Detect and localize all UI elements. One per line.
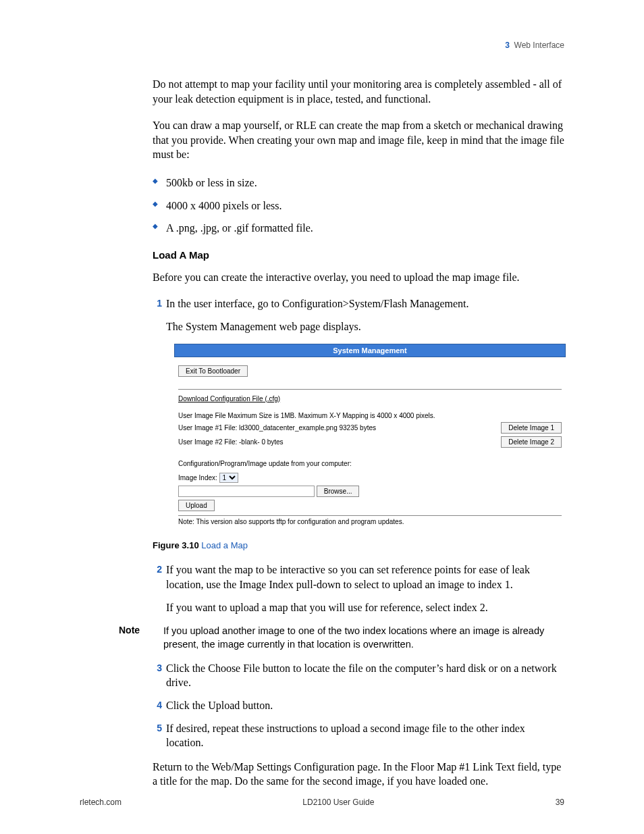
step-subtext: The System Management web page displays. <box>166 319 564 334</box>
paragraph: Before you can create the interactive ov… <box>153 270 564 285</box>
divider <box>178 389 562 390</box>
step-subtext: If you want to upload a map that you wil… <box>166 600 564 615</box>
upload-button[interactable]: Upload <box>178 500 215 511</box>
paragraph: Do not attempt to map your facility unti… <box>153 77 564 106</box>
section-heading: Load A Map <box>153 249 564 261</box>
footer-left: rletech.com <box>80 798 122 807</box>
step-number: 4 <box>147 698 166 713</box>
paragraph: You can draw a map yourself, or RLE can … <box>153 118 564 162</box>
sm-size-note: User Image File Maximum Size is 1MB. Max… <box>178 412 562 419</box>
sm-tftp-note: Note: This version also supports tftp fo… <box>178 515 562 525</box>
step-text: If you want the map to be interactive so… <box>166 563 564 592</box>
sm-image2-info: User Image #2 File: -blank- 0 bytes <box>178 438 284 446</box>
step-text: In the user interface, go to Configurati… <box>166 296 564 311</box>
download-config-link[interactable]: Download Configuration File (.cfg) <box>178 395 562 402</box>
figure-label: Figure 3.10 <box>153 540 199 550</box>
browse-button[interactable]: Browse... <box>317 486 360 497</box>
sm-update-label: Configuration/Program/Image update from … <box>178 460 562 467</box>
footer-center: LD2100 User Guide <box>302 798 374 807</box>
image-index-label: Image Index: <box>178 474 217 481</box>
page-header: 3 Web Interface <box>80 41 564 50</box>
list-item: 4000 x 4000 pixels or less. <box>153 197 564 215</box>
footer-right: 39 <box>556 798 564 807</box>
step-text: Click the Upload button. <box>166 698 564 713</box>
image-index-select[interactable]: 1 <box>219 473 238 483</box>
step-number: 5 <box>147 721 166 750</box>
list-item: 500kb or less in size. <box>153 174 564 192</box>
chapter-title: Web Interface <box>514 41 564 50</box>
step-text: Click the Choose File button to locate t… <box>166 661 564 690</box>
figure-caption: Figure 3.10 Load a Map <box>153 540 564 550</box>
paragraph: Return to the Web/Map Settings Configura… <box>153 760 564 789</box>
requirements-list: 500kb or less in size. 4000 x 4000 pixel… <box>153 174 564 237</box>
figure-title: Load a Map <box>201 540 248 550</box>
system-management-figure: System Management Exit To Bootloader Dow… <box>174 344 566 529</box>
note-label: Note <box>119 624 163 652</box>
chapter-number: 3 <box>505 41 510 50</box>
step-text: If desired, repeat these instructions to… <box>166 721 564 750</box>
sm-image1-info: User Image #1 File: ld3000_datacenter_ex… <box>178 424 376 432</box>
sm-title-bar: System Management <box>174 344 566 357</box>
step-number: 2 <box>147 563 166 592</box>
list-item: A .png, .jpg, or .gif formatted file. <box>153 219 564 237</box>
delete-image-2-button[interactable]: Delete Image 2 <box>501 436 562 448</box>
file-path-input[interactable] <box>178 486 315 497</box>
delete-image-1-button[interactable]: Delete Image 1 <box>501 422 562 434</box>
note-text: If you upload another image to one of th… <box>163 624 564 652</box>
step-number: 3 <box>147 661 166 690</box>
step-number: 1 <box>147 296 166 311</box>
exit-bootloader-button[interactable]: Exit To Bootloader <box>178 365 248 377</box>
page-footer: rletech.com LD2100 User Guide 39 <box>80 798 564 807</box>
